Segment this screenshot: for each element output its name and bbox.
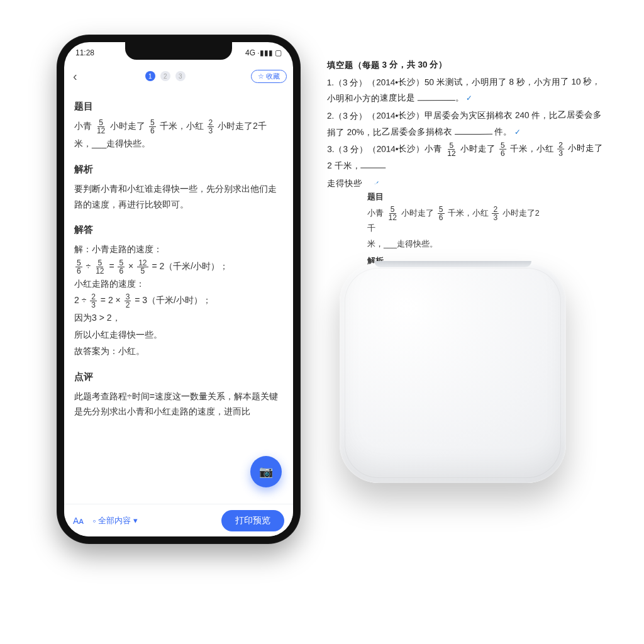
heading-answer: 解答	[74, 222, 283, 238]
page-dot-3[interactable]: 3	[175, 71, 186, 81]
page-dot-1[interactable]: 1	[145, 71, 155, 81]
printout-paper: 填空题（每题 3 分，共 30 分） 1.（3 分）（2014•长沙）50 米测…	[327, 56, 604, 192]
heading-comment: 点评	[74, 369, 283, 385]
paper-slot	[374, 261, 531, 267]
comment-body: 此题考查路程÷时间=速度这一数量关系，解本题关键是先分别求出小青和小红走路的速度…	[74, 389, 283, 419]
question-line-1: 小青 512 小时走了 56 千米，小红 23 小时走了2千	[74, 118, 283, 135]
bottom-bar: Aᴀ ◦ 全部内容 ▾ 打印预览	[64, 504, 293, 536]
camera-icon: 📷	[259, 465, 273, 479]
page-dots[interactable]: 1 2 3	[84, 71, 247, 81]
check-icon: ✓	[514, 127, 521, 136]
camera-fab[interactable]: 📷	[250, 456, 282, 487]
status-time: 11:28	[75, 48, 94, 57]
analysis-body: 要判断小青和小红谁走得快一些，先分别求出他们走路的速度，再进行比较即可。	[74, 181, 283, 212]
check-icon: ✓	[466, 94, 472, 103]
star-icon: ☆	[258, 72, 264, 80]
top-bar: ‹ 1 2 3 ☆ 收藏	[64, 64, 293, 89]
back-button[interactable]: ‹	[70, 68, 80, 85]
phone-frame: 11:28 4G ·▮▮▮ ▢ ‹ 1 2 3 ☆ 收藏 题目	[57, 35, 301, 544]
status-right: 4G ·▮▮▮ ▢	[245, 48, 282, 57]
heading-analysis: 解析	[74, 162, 283, 177]
format-button[interactable]: Aᴀ	[73, 516, 84, 526]
content-scroll[interactable]: 题目 小青 512 小时走了 56 千米，小红 23 小时走了2千 米，___走…	[64, 89, 293, 504]
chevron-down-icon: ▾	[133, 516, 138, 525]
heading-question: 题目	[74, 99, 283, 114]
paper-title: 填空题（每题 3 分，共 30 分）	[327, 56, 604, 73]
text-format-icon: Aᴀ	[73, 516, 84, 526]
phone-screen: 11:28 4G ·▮▮▮ ▢ ‹ 1 2 3 ☆ 收藏 题目	[64, 42, 293, 536]
page-dot-2[interactable]: 2	[160, 71, 170, 81]
favorite-button[interactable]: ☆ 收藏	[251, 70, 287, 83]
thermal-printer	[340, 263, 566, 483]
dot-icon: ◦	[92, 516, 96, 526]
print-preview-button[interactable]: 打印预览	[221, 510, 284, 531]
content-mode-button[interactable]: ◦ 全部内容 ▾	[92, 515, 138, 526]
printed-strip: 题目 小青 512 小时走了 56 千米，小红 23 小时走了2千 米，___走…	[360, 181, 548, 274]
notch	[125, 42, 232, 60]
question-line-2: 米，___走得快些。	[74, 136, 283, 152]
